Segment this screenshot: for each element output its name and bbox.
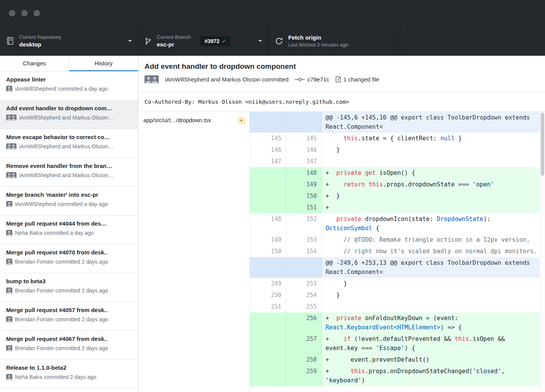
branch-text: Current Branch esc-pr bbox=[157, 34, 191, 48]
history-commit-item[interactable]: bump to beta3Brendan Forster committed 2… bbox=[0, 273, 138, 302]
diff-line-add[interactable]: 149+ return this.props.dropdownState ===… bbox=[250, 179, 545, 190]
toolbar-spacer bbox=[400, 26, 545, 56]
commit-sha: c79e71c bbox=[307, 76, 329, 83]
commit-item-meta-text: iAmWillShepherd committed a day ago bbox=[15, 86, 108, 92]
commit-item-title: Move escape behavior to correct co… bbox=[6, 134, 132, 140]
commit-item-meta-text: Brendan Forster committed 2 days ago bbox=[15, 345, 108, 351]
diff-line-hunk[interactable]: @@ -145,6 +145,10 @@ export class Toolba… bbox=[250, 112, 545, 133]
diff-line-context[interactable]: 251255 bbox=[250, 301, 545, 312]
changed-file-row[interactable]: app/src/ui/t…/dropdown.tsx bbox=[138, 112, 249, 129]
diff-line-add[interactable]: 256+ private onFoldoutKeyDown = (event: … bbox=[250, 312, 545, 333]
fetch-origin-button[interactable]: Fetch origin Last fetched 3 minutes ago bbox=[269, 26, 400, 56]
diff-line-context[interactable]: 145145 this.state = { clientRect: null } bbox=[250, 133, 545, 144]
scrollbar-thumb[interactable] bbox=[541, 113, 544, 176]
diff-code-text: + event.preventDefault() bbox=[322, 354, 545, 365]
diff-line-hunk[interactable]: @@ -249,6 +253,13 @@ export class Toolba… bbox=[250, 257, 545, 278]
diff-line-context[interactable]: 149153 // @TODO: Remake triangle octicon… bbox=[250, 234, 545, 246]
history-commit-item[interactable]: Merge pull request #4067 from desk..Bren… bbox=[0, 331, 138, 360]
new-line-number: 151 bbox=[286, 202, 322, 213]
last-fetched-text: Last fetched 3 minutes ago bbox=[288, 42, 348, 48]
commit-item-title: Merge pull request #4044 from des… bbox=[6, 220, 132, 227]
history-commit-item[interactable]: Merge pull request #4044 from des…Neha B… bbox=[0, 216, 138, 244]
current-repository-label: Current Repository bbox=[19, 34, 61, 40]
new-line-number: 147 bbox=[286, 156, 322, 167]
diff-line-add[interactable]: 151+ bbox=[250, 202, 545, 213]
commit-item-title: Release to 1.1.0-beta2 bbox=[6, 364, 132, 371]
commit-item-meta-text: Neha Batra committed 2 days ago bbox=[15, 374, 96, 380]
diff-code-text: private dropdownIcon(state: DropdownStat… bbox=[322, 213, 545, 234]
old-line-number: 251 bbox=[250, 301, 286, 312]
diff-scrollbar[interactable] bbox=[540, 112, 545, 392]
diff-line-add[interactable]: 259+ this.props.onDropdownStateChanged('… bbox=[250, 365, 545, 386]
old-line-number: 149 bbox=[250, 234, 286, 246]
history-commit-item[interactable]: Appease linteriAmWillShepherd committed … bbox=[0, 71, 138, 100]
old-line-number bbox=[250, 202, 286, 213]
zoom-window-button[interactable] bbox=[33, 10, 40, 17]
check-icon: ✓ bbox=[222, 38, 226, 44]
avatar bbox=[6, 259, 12, 265]
commit-item-meta-text: iAmWillShepherd and Markus Olsson… bbox=[19, 143, 114, 149]
current-branch-button[interactable]: Current Branch esc-pr #3972 ✓ bbox=[138, 26, 269, 56]
old-line-number: 145 bbox=[250, 133, 286, 144]
close-window-button[interactable] bbox=[9, 10, 15, 17]
commit-author-avatars bbox=[145, 75, 161, 83]
tab-changes[interactable]: Changes bbox=[0, 56, 69, 71]
history-commit-item[interactable]: Merge branch 'master' into esc-priAmWill… bbox=[0, 187, 138, 216]
commit-item-meta-text: iAmWillShepherd committed a day ago bbox=[15, 201, 108, 207]
commit-description: Co-Authored-By: Markus Olsson <niik@user… bbox=[138, 92, 545, 112]
commit-item-title: Add event handler to dropdown com… bbox=[6, 105, 132, 111]
file-path: app/src/ui/t…/dropdown.tsx bbox=[143, 117, 239, 123]
diff-line-context[interactable]: 150154 // right now it's scaled badly on… bbox=[250, 246, 545, 257]
fetch-origin-label: Fetch origin bbox=[288, 34, 321, 41]
history-commit-item[interactable]: Add event handler to dropdown com…iAmWil… bbox=[0, 100, 138, 129]
commit-item-meta: Neha Batra committed 2 days ago bbox=[6, 374, 132, 380]
diff-code-text: @@ -249,6 +253,13 @@ export class Toolba… bbox=[322, 257, 545, 278]
diff-code-text: + return this.props.dropdownState === 'o… bbox=[322, 179, 545, 190]
diff-line-context[interactable]: 148152 private dropdownIcon(state: Dropd… bbox=[250, 213, 545, 234]
history-commit-item[interactable]: Move escape behavior to correct co…iAmWi… bbox=[0, 129, 138, 158]
new-line-number: 149 bbox=[286, 179, 322, 190]
old-line-number bbox=[250, 179, 286, 190]
new-line-number bbox=[286, 257, 322, 278]
diff-line-context[interactable]: 250254 } bbox=[250, 289, 545, 301]
diff-line-add[interactable]: 258+ event.preventDefault() bbox=[250, 354, 545, 365]
history-commit-list: Appease linteriAmWillShepherd committed … bbox=[0, 71, 138, 392]
tab-history[interactable]: History bbox=[69, 56, 138, 71]
history-commit-item[interactable]: Merge pull request #4057 from desk..Bren… bbox=[0, 302, 138, 331]
diff-code-text: // right now it's scaled badly on normal… bbox=[322, 246, 545, 257]
history-commit-item[interactable]: Merge pull request #4070 from desk..Bren… bbox=[0, 244, 138, 273]
commit-item-title: Merge pull request #4067 from desk.. bbox=[6, 336, 132, 342]
commit-item-meta: Brendan Forster committed 2 days ago bbox=[6, 287, 132, 294]
diff-line-context[interactable]: 249253 } bbox=[250, 278, 545, 289]
new-line-number: 148 bbox=[286, 167, 322, 179]
minimize-window-button[interactable] bbox=[21, 10, 28, 17]
git-branch-icon bbox=[145, 37, 152, 45]
avatar bbox=[6, 345, 12, 351]
avatar bbox=[10, 115, 17, 121]
new-line-number: 258 bbox=[286, 354, 322, 365]
diff-line-add[interactable]: 150+ } bbox=[250, 190, 545, 202]
commit-title: Add event handler to dropdown component bbox=[145, 61, 539, 71]
history-commit-item[interactable]: Release to 1.1.0-beta2Neha Batra committ… bbox=[0, 360, 138, 389]
avatar bbox=[151, 75, 159, 83]
history-commit-item[interactable]: Remove event handler from the bran…iAmWi… bbox=[0, 158, 138, 187]
diff-code-text: + if (!event.defaultPrevented && this.is… bbox=[322, 333, 545, 354]
old-line-number bbox=[250, 333, 286, 354]
history-commit-item[interactable]: Merge pull request #4072 from d… bbox=[0, 389, 138, 392]
avatar bbox=[10, 143, 17, 149]
diff-line-add[interactable]: 257+ if (!event.defaultPrevented && this… bbox=[250, 333, 545, 354]
diff-line-context[interactable]: 146146 } bbox=[250, 144, 545, 156]
commit-item-meta: Brendan Forster committed 2 days ago bbox=[6, 259, 132, 265]
avatar bbox=[6, 86, 12, 92]
diff-code-text bbox=[322, 156, 545, 167]
diff-line-add[interactable]: 148+ private get isOpen() { bbox=[250, 167, 545, 179]
old-line-number: 148 bbox=[250, 213, 286, 234]
commit-meta: iAmWillShepherd and Markus Olsson commit… bbox=[145, 75, 539, 83]
file-icon bbox=[336, 76, 341, 83]
commit-item-meta: iAmWillShepherd and Markus Olsson… bbox=[6, 115, 132, 121]
current-repository-button[interactable]: Current Repository desktop bbox=[0, 26, 138, 56]
diff-code-text: + } bbox=[322, 190, 545, 202]
new-line-number: 256 bbox=[286, 312, 322, 333]
diff-line-context[interactable]: 147147 bbox=[250, 156, 545, 167]
repository-text: Current Repository desktop bbox=[19, 34, 61, 48]
